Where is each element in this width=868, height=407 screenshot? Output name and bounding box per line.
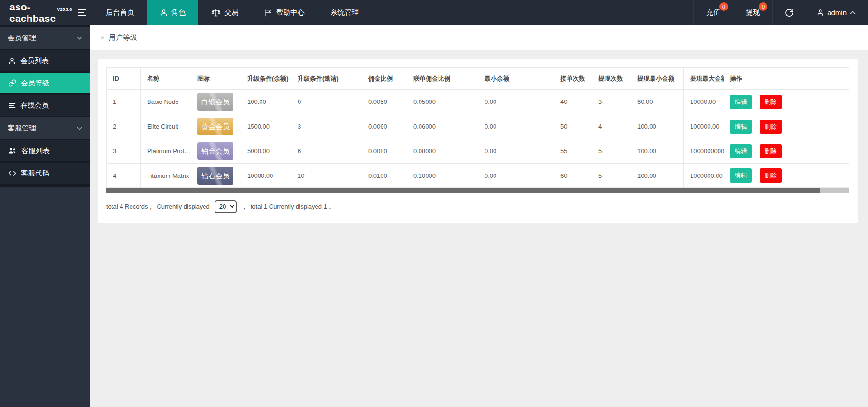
user-icon (9, 57, 16, 65)
username: admin (827, 9, 847, 17)
version-label: V25.3.6 (57, 7, 72, 12)
table-row: 3 Platinum Prot… 铂金会员 5000.00 6 0.0080 0… (106, 139, 849, 163)
chevron-down-icon (76, 126, 83, 130)
page-title: 用户等级 (109, 33, 137, 42)
col-header-upgrade-balance: 升级条件(余额) (241, 67, 291, 89)
level-badge: 黄金会员 (197, 118, 233, 135)
sidebar-item-member-level[interactable]: 会员等级 (0, 73, 90, 93)
col-header-actions: 操作 (724, 67, 849, 89)
sidebar-group-support-management[interactable]: 客服管理 (0, 117, 90, 139)
edit-button[interactable]: 编辑 (730, 95, 752, 109)
chevron-up-icon (850, 11, 856, 15)
edit-button[interactable]: 编辑 (730, 144, 752, 158)
topbar: aso-eachbase V25.3.6 后台首页 角色 交易 (0, 0, 868, 25)
footer-separator: ， (242, 203, 248, 211)
sidebar-menu: 会员管理 会员列表 会员等级 在线会 (0, 25, 90, 187)
flag-icon (264, 9, 272, 17)
table-body: 1 Basic Node 白银会员 100.00 0 0.0050 0.0500… (106, 89, 849, 188)
level-badge: 白银会员 (197, 93, 233, 111)
horizontal-scrollbar[interactable] (106, 188, 849, 193)
pagination-footer: total 4 Records， Currently displayed 20 … (106, 200, 849, 213)
withdraw-button[interactable]: 提现 0 (733, 0, 772, 25)
col-header-id: ID (106, 67, 140, 89)
user-menu[interactable]: admin (806, 0, 868, 25)
brand-name: aso-eachbase (9, 1, 56, 24)
sidebar-item-member-list[interactable]: 会员列表 (0, 50, 90, 71)
col-header-upgrade-invite: 升级条件(邀请) (291, 67, 362, 89)
col-header-commission: 佣金比例 (362, 67, 407, 89)
edit-button[interactable]: 编辑 (730, 120, 752, 134)
top-menu-help-center[interactable]: 帮助中心 (252, 0, 317, 25)
sidebar-group-member-management[interactable]: 会员管理 (0, 27, 90, 49)
page-info-text: total 1 Currently displayed 1 。 (251, 203, 335, 211)
scales-icon (211, 9, 221, 17)
table-header-row: ID 名称 图标 升级条件(余额) 升级条件(邀请) 佣金比例 联单佣金比例 最… (106, 67, 849, 89)
user-icon (160, 9, 168, 17)
sidebar-toggle-button[interactable] (71, 0, 93, 25)
top-menu-dashboard[interactable]: 后台首页 (93, 0, 147, 25)
top-menu-roles[interactable]: 角色 (147, 0, 198, 25)
col-header-chain-commission: 联单佣金比例 (407, 67, 478, 89)
table-row: 1 Basic Node 白银会员 100.00 0 0.0050 0.0500… (106, 89, 849, 114)
sidebar-item-support-list[interactable]: 客服列表 (0, 140, 90, 161)
displayed-label: Currently displayed (157, 203, 209, 210)
app-logo: aso-eachbase V25.3.6 (0, 0, 71, 25)
top-menu-trades[interactable]: 交易 (198, 0, 252, 25)
page-size-select[interactable]: 20 (215, 200, 237, 213)
col-header-min-balance: 最小余额 (478, 67, 554, 89)
sidebar: 会员管理 会员列表 会员等级 在线会 (0, 25, 90, 407)
refresh-icon (785, 9, 793, 17)
delete-button[interactable]: 删除 (760, 168, 782, 183)
table-panel: ID 名称 图标 升级条件(余额) 升级条件(邀请) 佣金比例 联单佣金比例 最… (98, 59, 858, 223)
admin-app: aso-eachbase V25.3.6 后台首页 角色 交易 (0, 0, 868, 407)
member-level-table: ID 名称 图标 升级条件(余额) 升级条件(邀请) 佣金比例 联单佣金比例 最… (106, 67, 849, 188)
col-header-icon: 图标 (191, 67, 241, 89)
delete-button[interactable]: 删除 (760, 95, 782, 109)
link-icon (9, 79, 16, 87)
sidebar-item-support-code[interactable]: 客服代码 (0, 163, 90, 184)
edit-button[interactable]: 编辑 (730, 168, 752, 183)
top-menu: 后台首页 角色 交易 帮助中心 系统管理 (93, 0, 372, 25)
level-badge: 铂金会员 (197, 142, 233, 160)
recharge-count-badge: 0 (719, 2, 728, 11)
main-content: » 用户等级 ID 名称 图 (90, 25, 868, 407)
records-total-text: total 4 Records， (106, 203, 154, 211)
breadcrumb: » 用户等级 (90, 25, 868, 50)
chevron-down-icon (76, 36, 83, 40)
withdraw-count-badge: 0 (759, 2, 767, 11)
recharge-button[interactable]: 充值 0 (693, 0, 733, 25)
table-row: 2 Elite Circuit 黄金会员 1500.00 3 0.0060 0.… (106, 114, 849, 139)
delete-button[interactable]: 删除 (760, 120, 782, 134)
hamburger-icon (78, 9, 87, 16)
col-header-withdraw-count: 提现次数 (592, 67, 631, 89)
col-header-name: 名称 (140, 67, 191, 89)
user-icon (817, 9, 824, 16)
users-icon (9, 148, 17, 154)
col-header-order-count: 接单次数 (554, 67, 592, 89)
top-menu-system[interactable]: 系统管理 (317, 0, 372, 25)
code-icon (9, 170, 16, 176)
col-header-withdraw-min: 提现最小金额 (631, 67, 683, 89)
topbar-right: 充值 0 提现 0 admin (693, 0, 868, 25)
level-badge: 钻石会员 (197, 167, 233, 185)
breadcrumb-separator-icon: » (100, 33, 104, 42)
sidebar-item-online-members[interactable]: 在线会员 (0, 95, 90, 116)
list-icon (9, 102, 16, 109)
table-row: 4 Titanium Matrix 钻石会员 10000.00 10 0.010… (106, 163, 849, 188)
table-scroll-area: ID 名称 图标 升级条件(余额) 升级条件(邀请) 佣金比例 联单佣金比例 最… (106, 67, 849, 188)
refresh-button[interactable] (772, 0, 806, 25)
delete-button[interactable]: 删除 (760, 144, 782, 158)
scrollbar-thumb[interactable] (106, 188, 820, 193)
